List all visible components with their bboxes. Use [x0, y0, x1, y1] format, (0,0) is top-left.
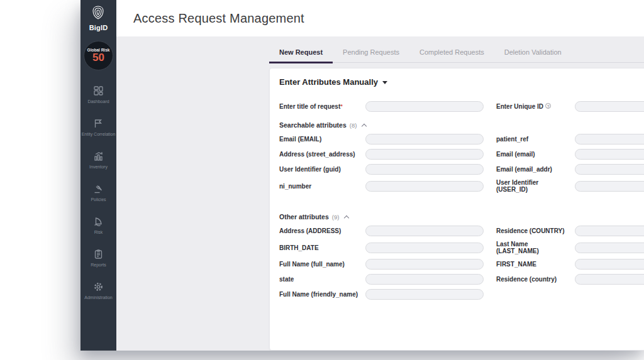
sidebar-item-label: Inventory: [89, 165, 108, 169]
input-residence-country[interactable]: [575, 274, 644, 285]
caret-down-icon: [382, 81, 387, 84]
field-label-enter-unique-id: Enter Unique ID?: [496, 103, 575, 110]
section-header-other-attributes: Other attributes(9): [279, 213, 644, 221]
section-name: Searchable attributes: [279, 121, 347, 129]
bigid-logo[interactable]: BigID: [89, 4, 108, 31]
input-user-identifier-guid[interactable]: [365, 164, 484, 175]
form-row: Address (ADDRESS)Residence (COUNTRY): [279, 226, 644, 236]
field-label-birth-date: BIRTH_DATE: [279, 244, 365, 251]
tab-new-request[interactable]: New Request: [269, 48, 333, 62]
sidebar-item-label: Policies: [91, 197, 106, 202]
sidebar-item-entity-correlation[interactable]: Entity Correlation: [80, 111, 116, 143]
section-name: Other attributes: [279, 213, 329, 221]
input-enter-title-of-request[interactable]: [365, 101, 484, 112]
sidebar-item-label: Administration: [84, 295, 112, 300]
input-patient-ref[interactable]: [575, 134, 644, 145]
input-enter-unique-id[interactable]: [575, 101, 644, 112]
input-address-street-address[interactable]: [365, 149, 484, 160]
form-row: Full Name (full_name)FIRST_NAME: [279, 259, 644, 270]
sidebar-item-label: Risk: [94, 230, 103, 234]
field-label-first-name: FIRST_NAME: [496, 261, 575, 268]
input-email-email-addr[interactable]: [575, 164, 644, 175]
reports-icon: [93, 249, 104, 260]
chevron-up-icon[interactable]: [344, 215, 349, 220]
input-full-name-full-name[interactable]: [365, 259, 484, 270]
field-label-ni-number: ni_number: [279, 183, 365, 190]
field-label-enter-title-of-request: Enter title of request*: [279, 103, 365, 110]
sidebar-item-risk[interactable]: Risk: [80, 209, 116, 241]
sidebar-item-dashboard[interactable]: Dashboard: [80, 78, 116, 111]
required-asterisk: *: [340, 103, 343, 109]
tab-pending-requests[interactable]: Pending Requests: [333, 48, 409, 62]
input-user-identifier-user-id[interactable]: [575, 181, 644, 192]
field-label-state: state: [279, 276, 365, 283]
field-label-last-name-last-name: Last Name (LAST_NAME): [496, 241, 575, 254]
input-ni-number[interactable]: [365, 181, 484, 192]
form-row: stateResidence (country): [279, 274, 644, 285]
section-count: (9): [332, 214, 340, 221]
inventory-icon: [93, 151, 104, 162]
tab-bar: New RequestPending RequestsCompleted Req…: [269, 36, 644, 63]
field-label-address-address: Address (ADDRESS): [279, 227, 365, 234]
app-window: BigID Global Risk 50 DashboardEntity Cor…: [80, 0, 644, 351]
field-label-residence-country: Residence (COUNTRY): [496, 227, 575, 234]
field-label-user-identifier-guid: User Identifier (guid): [279, 166, 365, 173]
enter-attributes-dropdown[interactable]: Enter Attributes Manually: [279, 77, 644, 87]
input-first-name[interactable]: [575, 259, 644, 270]
field-label-full-name-full-name: Full Name (full_name): [279, 261, 365, 268]
field-label-residence-country: Residence (country): [496, 276, 575, 283]
request-form-panel: Enter Attributes Manually Enter title of…: [269, 68, 644, 351]
sidebar-item-policies[interactable]: Policies: [80, 176, 116, 209]
form-row: User Identifier (guid)Email (email_addr): [279, 164, 644, 175]
attributes-form: Enter title of request*Enter Unique ID?S…: [279, 101, 644, 300]
page: BigID Global Risk 50 DashboardEntity Cor…: [0, 0, 644, 360]
top-header: Access Request Management: [116, 0, 644, 36]
section-count: (8): [350, 122, 357, 129]
input-last-name-last-name[interactable]: [575, 243, 644, 253]
form-row: BIRTH_DATELast Name (LAST_NAME): [279, 241, 644, 254]
tab-deletion-validation[interactable]: Deletion Validation: [494, 48, 572, 62]
policies-icon: [93, 183, 104, 195]
section-header-searchable-attributes: Searchable attributes(8): [279, 121, 644, 129]
input-address-address[interactable]: [365, 226, 484, 236]
input-email-email[interactable]: [365, 134, 484, 145]
fingerprint-logo-icon: [90, 4, 106, 23]
sidebar-item-reports[interactable]: Reports: [80, 241, 116, 274]
form-row: Enter title of request*Enter Unique ID?: [279, 101, 644, 112]
administration-icon: [93, 281, 104, 293]
input-full-name-friendly-name[interactable]: [365, 289, 484, 300]
field-label-full-name-friendly-name: Full Name (friendly_name): [279, 291, 365, 298]
sidebar-item-administration[interactable]: Administration: [80, 274, 116, 307]
help-icon[interactable]: ?: [545, 103, 551, 109]
global-risk-badge[interactable]: Global Risk 50: [84, 41, 113, 70]
field-label-patient-ref: patient_ref: [496, 136, 575, 143]
form-row: Email (EMAIL)patient_ref: [279, 134, 644, 145]
panel-heading-label: Enter Attributes Manually: [279, 77, 378, 87]
sidebar-item-inventory[interactable]: Inventory: [80, 143, 116, 176]
field-label-user-identifier-user-id: User Identifier (USER_ID): [496, 179, 575, 193]
dashboard-icon: [93, 85, 104, 97]
sidebar-item-label: Reports: [91, 263, 106, 267]
page-title: Access Request Management: [133, 11, 304, 26]
input-birth-date[interactable]: [365, 243, 484, 253]
field-label-address-street-address: Address (street_address): [279, 151, 365, 158]
field-label-email-email: Email (email): [496, 151, 575, 158]
input-residence-country[interactable]: [575, 226, 644, 236]
sidebar-nav: DashboardEntity CorrelationInventoryPoli…: [80, 78, 116, 307]
entity-correlation-icon: [93, 118, 104, 129]
form-row: ni_numberUser Identifier (USER_ID): [279, 179, 644, 193]
form-row: Address (street_address)Email (email): [279, 149, 644, 160]
sidebar: BigID Global Risk 50 DashboardEntity Cor…: [80, 0, 116, 351]
input-email-email[interactable]: [575, 149, 644, 160]
chevron-up-icon[interactable]: [362, 123, 367, 128]
form-row: Full Name (friendly_name): [279, 289, 644, 300]
sidebar-item-label: Entity Correlation: [82, 132, 116, 136]
input-state[interactable]: [365, 274, 484, 285]
main-area: Access Request Management New RequestPen…: [116, 0, 644, 351]
tab-completed-requests[interactable]: Completed Requests: [409, 48, 494, 62]
global-risk-value: 50: [92, 52, 104, 63]
field-label-email-email: Email (EMAIL): [279, 136, 365, 143]
risk-icon: [93, 216, 104, 227]
sidebar-item-label: Dashboard: [87, 99, 109, 104]
field-label-email-email-addr: Email (email_addr): [496, 166, 575, 173]
